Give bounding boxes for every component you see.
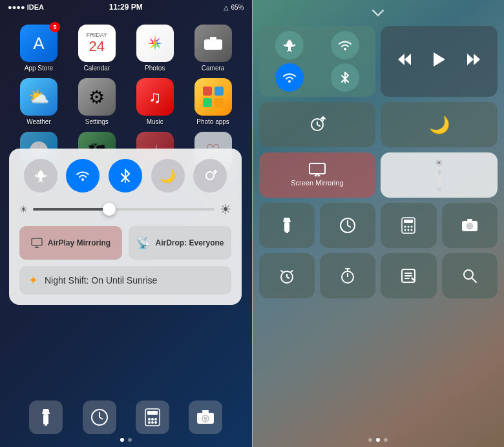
appstore-icon-symbol: A <box>33 34 44 54</box>
rotation-lock-button[interactable] <box>259 102 376 147</box>
media-controls-block <box>381 26 498 97</box>
svg-rect-26 <box>147 411 158 415</box>
wifi-toggle-right[interactable] <box>319 31 370 59</box>
music-icon-symbol: ♫ <box>149 87 162 107</box>
svg-point-15 <box>81 178 84 181</box>
moon-icon-right: 🌙 <box>429 115 450 135</box>
camera2-button[interactable] <box>189 400 222 434</box>
app-icon-settings: ⚙ <box>78 78 116 116</box>
bluetooth-status-icon: △ <box>224 4 229 11</box>
media-play-button[interactable] <box>432 51 446 72</box>
svg-rect-45 <box>310 163 325 174</box>
clock-button[interactable] <box>83 400 116 434</box>
app-item-music[interactable]: ♫ Music <box>129 78 181 125</box>
svg-line-77 <box>472 278 476 282</box>
flashlight-button[interactable] <box>29 400 63 434</box>
wifi-active-right[interactable] <box>264 63 315 92</box>
svg-point-30 <box>148 421 151 424</box>
svg-line-24 <box>100 417 103 419</box>
brightness-level <box>438 170 441 175</box>
page-dot-right-2 <box>376 438 380 442</box>
svg-point-63 <box>468 225 471 228</box>
svg-point-32 <box>154 421 157 424</box>
status-bar: ●●●● IDEA 11:29 PM △ 65% <box>0 0 252 14</box>
calendar-day: Friday <box>87 32 107 38</box>
app-icon-appstore: A 5 <box>20 25 58 62</box>
app-icon-photoapps <box>194 78 232 116</box>
svg-point-29 <box>154 418 157 421</box>
weather-icon-symbol: ⛅ <box>28 87 49 107</box>
night-shift-button[interactable]: ✦ Night Shift: On Until Sunrise <box>19 266 231 295</box>
svg-point-35 <box>204 417 207 421</box>
more-utilities-row <box>259 253 498 298</box>
svg-rect-5 <box>210 37 216 39</box>
svg-rect-7 <box>215 87 224 96</box>
app-item-settings[interactable]: ⚙ Settings <box>71 78 123 125</box>
carrier-text: ●●●● IDEA <box>8 3 44 11</box>
photos-label: Photos <box>145 65 165 72</box>
donotdisturb-toggle[interactable]: 🌙 <box>151 159 185 192</box>
search-button[interactable] <box>442 253 498 298</box>
airdrop-button[interactable]: 📡 AirDrop: Everyone <box>129 226 231 260</box>
brightness-control-right[interactable]: ☀ ☼ <box>381 152 498 198</box>
battery-icon: 65% <box>231 4 244 11</box>
svg-rect-8 <box>203 98 212 107</box>
app-item-photos[interactable]: Photos <box>129 25 181 72</box>
airplay-mirroring-label: AirPlay Mirroring <box>48 238 110 247</box>
wifi-toggle[interactable] <box>66 159 100 192</box>
brightness-low-icon: ☀ <box>19 204 28 214</box>
page-dot-right-1 <box>368 438 372 442</box>
svg-marker-43 <box>474 54 480 65</box>
svg-rect-36 <box>202 410 209 413</box>
screen-mirroring-button[interactable]: Screen Mirroring <box>259 152 376 198</box>
brightness-track[interactable] <box>33 208 215 211</box>
utilities-row <box>259 203 498 248</box>
svg-point-56 <box>408 226 410 228</box>
camera-button-right[interactable] <box>442 203 498 248</box>
app-item-camera[interactable]: Camera <box>187 25 239 72</box>
airplane-mode-toggle[interactable] <box>264 31 315 59</box>
alarm-button[interactable] <box>259 253 315 298</box>
top-chevron[interactable] <box>372 6 384 20</box>
app-item-photoapps[interactable]: Photo apps <box>187 78 239 125</box>
svg-rect-21 <box>45 424 47 426</box>
flashlight-button-right[interactable] <box>259 203 315 248</box>
svg-point-16 <box>206 172 214 180</box>
app-item-weather[interactable]: ⛅ Weather <box>13 78 65 125</box>
svg-point-4 <box>211 43 215 47</box>
brightness-thumb[interactable] <box>103 203 116 216</box>
bluetooth-toggle-right[interactable] <box>319 63 370 92</box>
clock-button-right[interactable] <box>320 203 375 248</box>
app-item-appstore[interactable]: A 5 App Store <box>13 25 65 72</box>
media-prev-button[interactable] <box>397 52 412 70</box>
svg-point-59 <box>408 229 410 231</box>
svg-rect-49 <box>286 232 288 233</box>
brightness-high-icon: ☀ <box>220 202 231 217</box>
svg-marker-47 <box>283 218 291 222</box>
airplay-mirroring-button[interactable]: AirPlay Mirroring <box>19 226 122 260</box>
calculator-button[interactable] <box>136 400 169 434</box>
bluetooth-toggle[interactable] <box>109 159 142 192</box>
page-dot-2 <box>128 438 132 442</box>
do-not-disturb-button[interactable]: 🌙 <box>381 102 498 147</box>
stopwatch-button[interactable] <box>320 253 375 298</box>
calculator-button-right[interactable] <box>381 203 436 248</box>
night-shift-label: Night Shift: On Until Sunrise <box>45 275 157 286</box>
notes-button[interactable] <box>381 253 436 298</box>
rotation-toggle[interactable] <box>193 159 227 192</box>
svg-rect-6 <box>203 87 212 96</box>
bottom-dock <box>0 400 252 434</box>
photoapps-label: Photo apps <box>196 118 229 125</box>
svg-point-31 <box>151 421 154 424</box>
camera-label: Camera <box>202 65 225 72</box>
settings-label: Settings <box>85 118 109 125</box>
svg-point-28 <box>151 418 154 421</box>
svg-point-38 <box>288 80 291 83</box>
appstore-badge: 5 <box>50 22 60 32</box>
airplane-toggle[interactable] <box>24 159 58 192</box>
status-icons: △ 65% <box>224 4 244 11</box>
app-item-calendar[interactable]: Friday 24 Calendar <box>71 25 123 72</box>
page-dots-left <box>120 438 132 442</box>
media-next-button[interactable] <box>466 52 481 70</box>
svg-rect-17 <box>32 238 42 245</box>
